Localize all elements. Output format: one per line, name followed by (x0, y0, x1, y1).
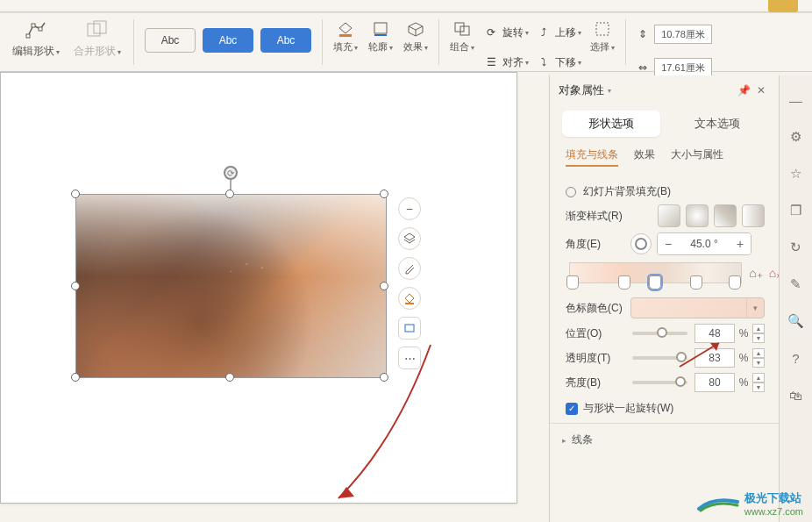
pin-icon[interactable]: 📌 (735, 82, 752, 99)
resize-handle[interactable] (380, 282, 388, 290)
height-field[interactable]: ⇕10.78厘米 (635, 25, 712, 44)
rail-refresh-icon[interactable]: ↻ (787, 239, 805, 256)
style-preset-1[interactable]: Abc (145, 28, 196, 53)
resize-handle[interactable] (225, 189, 234, 198)
svg-marker-16 (338, 487, 354, 498)
grad-preset[interactable] (742, 204, 765, 227)
rail-help-icon[interactable]: ? (787, 349, 805, 367)
selected-picture[interactable] (75, 194, 387, 378)
grad-preset[interactable] (686, 204, 709, 227)
rail-minus[interactable]: — (787, 91, 805, 109)
pos-dn[interactable]: ▼ (752, 333, 765, 343)
outline-button[interactable]: 轮廓▾ (363, 18, 398, 55)
close-icon[interactable]: ✕ (752, 82, 770, 99)
rail-tools-icon[interactable]: ✎ (787, 275, 805, 293)
rail-search-icon[interactable]: 🔍 (787, 312, 805, 330)
rail-layers-icon[interactable]: ❐ (787, 202, 805, 219)
svg-rect-11 (460, 26, 469, 35)
resize-handle[interactable] (71, 373, 80, 382)
merge-shape-button[interactable]: 合并形状▾ (67, 18, 128, 68)
gradient-stop[interactable] (618, 275, 630, 290)
annotation-arrow-small (671, 339, 723, 374)
line-section[interactable]: ▸线条 (550, 423, 779, 456)
svg-rect-1 (32, 24, 35, 27)
canvas-area[interactable]: ⟳ − ⋯ (0, 72, 548, 522)
style-preset-3[interactable]: Abc (260, 28, 311, 53)
svg-rect-5 (339, 34, 352, 37)
slide-page[interactable]: ⟳ − ⋯ (0, 72, 517, 504)
angle-stepper[interactable]: − + (657, 232, 751, 255)
style-preset-2[interactable]: Abc (203, 28, 253, 53)
select-button[interactable]: 选择▾ (585, 18, 620, 55)
gradient-stop[interactable] (690, 275, 702, 290)
rail-sliders-icon[interactable]: ⚙ (787, 128, 805, 146)
shape-style-gallery[interactable]: Abc Abc Abc (139, 18, 317, 53)
watermark: 极光下载站 www.xz7.com (697, 490, 803, 517)
sub-tabs: 填充与线条 效果 大小与属性 (550, 139, 779, 172)
align-icon: ☰ (483, 54, 499, 70)
float-layers[interactable] (398, 227, 421, 250)
group-button[interactable]: 组合▾ (445, 18, 480, 55)
tr-up[interactable]: ▲ (752, 348, 765, 358)
gradient-stop[interactable] (729, 275, 741, 290)
gradient-stop-active[interactable] (649, 275, 661, 290)
select-icon (593, 19, 612, 39)
svg-marker-13 (404, 233, 415, 240)
subtab-effect[interactable]: 效果 (634, 147, 655, 167)
float-minus[interactable]: − (398, 197, 421, 220)
br-dn[interactable]: ▼ (752, 383, 765, 392)
br-up[interactable]: ▲ (752, 373, 765, 383)
align-button[interactable]: ☰对齐▾ (483, 54, 529, 70)
angle-label: 角度(E) (566, 237, 625, 252)
rail-cart-icon[interactable]: 🛍 (787, 386, 805, 404)
nodes-icon (25, 20, 46, 39)
edit-shape-button[interactable]: 编辑形状▾ (5, 18, 67, 68)
tab-text-options[interactable]: 文本选项 (669, 111, 767, 137)
float-bucket[interactable] (398, 287, 421, 310)
position-label: 位置(O) (566, 326, 625, 341)
resize-handle[interactable] (71, 189, 80, 198)
width-field[interactable]: ⇔17.61厘米 (635, 58, 712, 77)
grad-preset[interactable] (714, 204, 737, 227)
panel-title: 对象属性 (559, 82, 604, 98)
move-up-button[interactable]: ⤴上移▾ (536, 25, 581, 40)
gradient-stop[interactable] (566, 275, 579, 290)
angle-inc[interactable]: + (730, 233, 751, 254)
ribbon: 编辑形状▾ 合并形状▾ Abc Abc Abc 填充▾ 轮廓▾ 效果▾ 组合▾ … (0, 12, 812, 72)
rotate-handle[interactable]: ⟳ (224, 166, 238, 180)
rotate-with-label: 与形状一起旋转(W) (583, 401, 673, 416)
float-rect[interactable] (398, 317, 421, 340)
rotate-with-check[interactable]: ✓ (566, 403, 578, 415)
float-eyedrop[interactable] (398, 257, 421, 280)
brightness-slider[interactable] (632, 381, 687, 384)
subtab-size[interactable]: 大小与属性 (671, 147, 723, 167)
tr-dn[interactable]: ▼ (752, 358, 765, 368)
rail-star-icon[interactable]: ☆ (787, 165, 805, 182)
outline-icon (371, 19, 390, 39)
float-more[interactable]: ⋯ (398, 347, 421, 369)
resize-handle[interactable] (380, 189, 388, 198)
svg-marker-8 (409, 23, 423, 30)
angle-dial[interactable] (630, 233, 652, 254)
brightness-input[interactable] (694, 373, 735, 392)
gradient-bar[interactable] (569, 262, 742, 283)
svg-rect-10 (455, 23, 464, 32)
stop-color-label: 色标颜色(C) (566, 301, 625, 316)
fill-button[interactable]: 填充▾ (328, 18, 363, 55)
stop-color-swatch[interactable]: ▾ (630, 297, 765, 318)
subtab-fill[interactable]: 填充与线条 (566, 147, 618, 167)
pos-up[interactable]: ▲ (752, 324, 765, 333)
grad-preset[interactable] (658, 204, 680, 227)
rotate-button[interactable]: ⟳旋转▾ (483, 25, 529, 40)
watermark-logo (697, 495, 739, 512)
position-slider[interactable] (632, 332, 687, 335)
effect-button[interactable]: 效果▾ (398, 18, 433, 55)
resize-handle[interactable] (225, 373, 234, 382)
angle-input[interactable] (679, 233, 730, 254)
angle-dec[interactable]: − (658, 233, 679, 254)
add-stop-icon[interactable]: ⌂₊ (747, 264, 765, 282)
bg-fill-radio[interactable]: 幻灯片背景填充(B) (566, 184, 765, 199)
tab-shape-options[interactable]: 形状选项 (562, 111, 660, 137)
resize-handle[interactable] (71, 282, 80, 290)
move-down-button[interactable]: ⤵下移▾ (536, 54, 581, 70)
